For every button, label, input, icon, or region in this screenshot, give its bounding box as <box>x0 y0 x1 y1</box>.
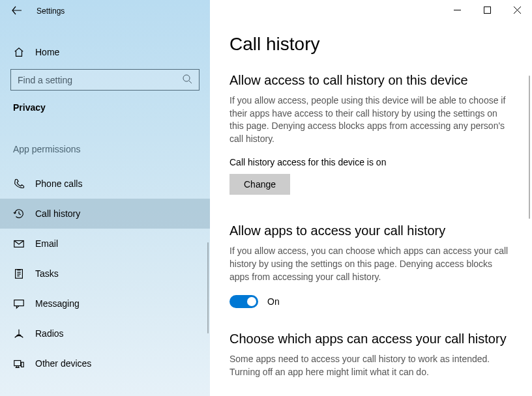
tasks-icon <box>13 268 25 279</box>
sidebar-item-radios[interactable]: Radios <box>0 318 210 348</box>
content-pane: Call history Allow access to call histor… <box>210 0 532 396</box>
sidebar-home[interactable]: Home <box>0 39 210 65</box>
search-box[interactable] <box>10 69 200 91</box>
svg-rect-6 <box>484 7 490 13</box>
content-scrollbar[interactable] <box>529 76 530 219</box>
svg-rect-3 <box>14 300 23 306</box>
sidebar-item-label: Call history <box>35 208 80 219</box>
phone-icon <box>13 178 25 190</box>
sidebar-item-messaging[interactable]: Messaging <box>0 289 210 318</box>
messaging-icon <box>13 298 25 309</box>
section1-title: Allow access to call history on this dev… <box>229 73 512 88</box>
sidebar-section-label: App permissions <box>0 113 210 162</box>
toggle-state-label: On <box>267 296 280 307</box>
radios-icon <box>13 328 25 339</box>
sidebar-category[interactable]: Privacy <box>0 91 210 113</box>
minimize-button[interactable] <box>442 0 472 20</box>
sidebar-item-phone-calls[interactable]: Phone calls <box>0 169 210 199</box>
maximize-button[interactable] <box>472 0 502 20</box>
sidebar-item-tasks[interactable]: Tasks <box>0 259 210 289</box>
section2-body: If you allow access, you can choose whic… <box>229 245 512 283</box>
svg-rect-4 <box>14 361 21 366</box>
back-button[interactable] <box>12 5 22 17</box>
sidebar-item-label: Email <box>35 238 58 249</box>
sidebar-item-call-history[interactable]: Call history <box>0 199 210 229</box>
page-title: Call history <box>229 34 512 55</box>
window-title: Settings <box>37 7 65 16</box>
sidebar-item-label: Radios <box>35 328 64 339</box>
sidebar-item-other-devices[interactable]: Other devices <box>0 348 210 378</box>
home-icon <box>13 46 25 58</box>
close-button[interactable] <box>502 0 532 20</box>
other-devices-icon <box>13 358 25 369</box>
section1-body: If you allow access, people using this d… <box>229 94 512 145</box>
section3-body: Some apps need to access your call histo… <box>229 353 512 378</box>
sidebar-item-label: Phone calls <box>35 178 82 189</box>
sidebar-home-label: Home <box>35 47 59 57</box>
sidebar-item-label: Messaging <box>35 298 80 309</box>
search-icon <box>182 74 192 86</box>
history-icon <box>13 208 25 219</box>
email-icon <box>13 238 25 249</box>
search-input[interactable] <box>18 75 182 85</box>
change-button[interactable]: Change <box>229 174 290 195</box>
apps-access-toggle[interactable] <box>229 295 258 308</box>
sidebar: Settings Home Privacy App permissions Ph… <box>0 0 210 396</box>
sidebar-item-email[interactable]: Email <box>0 229 210 259</box>
svg-rect-5 <box>22 362 24 367</box>
sidebar-item-label: Tasks <box>35 268 59 279</box>
sidebar-item-label: Other devices <box>35 358 91 369</box>
device-access-status: Call history access for this device is o… <box>229 157 512 167</box>
sidebar-scrollbar[interactable] <box>207 242 209 333</box>
svg-point-0 <box>183 75 190 81</box>
section3-title: Choose which apps can access your call h… <box>229 332 512 346</box>
section2-title: Allow apps to access your call history <box>229 223 512 238</box>
